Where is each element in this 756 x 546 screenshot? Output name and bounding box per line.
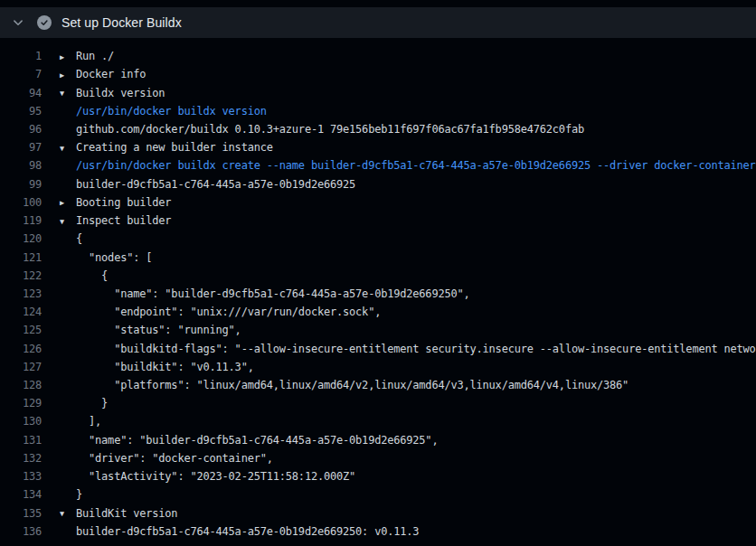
log-line-number[interactable]: 120 xyxy=(0,232,42,245)
log-output-text: "name": "builder-d9cfb5a1-c764-445a-a57e… xyxy=(60,287,470,300)
log-line: 134} xyxy=(0,485,756,504)
log-line: 122 { xyxy=(0,267,756,285)
log-group-header[interactable]: ▶Booting builder xyxy=(60,196,171,209)
log-line: 94▼Buildx version xyxy=(0,83,756,101)
log-line: 126 "buildkitd-flags": "--allow-insecure… xyxy=(0,340,756,358)
log-group-label: Run ./ xyxy=(76,50,114,62)
log-output-text: { xyxy=(60,232,82,245)
log-command-text: /usr/bin/docker buildx create --name bui… xyxy=(60,159,756,172)
log-line-number[interactable]: 121 xyxy=(0,251,42,264)
log-line-number[interactable]: 128 xyxy=(0,379,42,391)
log-line: 124 "endpoint": "unix:///var/run/docker.… xyxy=(0,303,756,321)
log-line: 135▼BuildKit version xyxy=(0,504,756,522)
log-output-text: "lastActivity": "2023-02-25T11:58:12.000… xyxy=(60,470,355,483)
log-line-number[interactable]: 119 xyxy=(0,214,42,227)
log-line-number[interactable]: 95 xyxy=(0,105,42,118)
triangle-down-icon[interactable]: ▼ xyxy=(60,89,76,98)
log-line: 130 ], xyxy=(0,412,756,430)
log-output-text: github.com/docker/buildx 0.10.3+azure-1 … xyxy=(60,123,584,136)
chevron-down-icon[interactable] xyxy=(13,17,24,28)
log-line: 119▼Inspect builder xyxy=(0,212,756,230)
log-line-number[interactable]: 1 xyxy=(0,50,42,62)
check-circle-icon xyxy=(37,15,52,30)
log-line: 125 "status": "running", xyxy=(0,321,756,339)
log-line-number[interactable]: 136 xyxy=(0,525,42,538)
log-output-text: "platforms": "linux/amd64,linux/amd64/v2… xyxy=(60,379,628,391)
log-line-number[interactable]: 98 xyxy=(0,159,42,172)
log-line-number[interactable]: 94 xyxy=(0,87,42,99)
log-line-number[interactable]: 133 xyxy=(0,470,42,483)
log-line-number[interactable]: 132 xyxy=(0,452,42,465)
step-header[interactable]: Set up Docker Buildx xyxy=(0,7,756,38)
triangle-down-icon[interactable]: ▼ xyxy=(60,509,76,518)
log-output-text: } xyxy=(60,397,108,410)
log-output-text: "status": "running", xyxy=(60,324,241,336)
log-line-number[interactable]: 127 xyxy=(0,361,42,373)
log-line: 136builder-d9cfb5a1-c764-445a-a57e-0b19d… xyxy=(0,522,756,541)
log-line: 100▶Booting builder xyxy=(0,193,756,212)
log-output-text: builder-d9cfb5a1-c764-445a-a57e-0b19d2e6… xyxy=(60,178,355,191)
log-group-label: BuildKit version xyxy=(76,507,177,520)
log-line-number[interactable]: 99 xyxy=(0,178,42,191)
log-output-text: "driver": "docker-container", xyxy=(60,452,273,465)
log-line: 7▶Docker info xyxy=(0,65,756,83)
log-line-number[interactable]: 131 xyxy=(0,434,42,447)
log-line: 131 "name": "builder-d9cfb5a1-c764-445a-… xyxy=(0,431,756,449)
log-line-number[interactable]: 124 xyxy=(0,306,42,318)
log-output-text: "buildkitd-flags": "--allow-insecure-ent… xyxy=(60,343,756,355)
log-line-number[interactable]: 135 xyxy=(0,507,42,520)
log-line: 96github.com/docker/buildx 0.10.3+azure-… xyxy=(0,120,756,138)
log-line-number[interactable]: 126 xyxy=(0,343,42,355)
triangle-down-icon[interactable]: ▼ xyxy=(60,217,76,226)
log-output-text: { xyxy=(60,269,108,282)
log-command-text: /usr/bin/docker buildx version xyxy=(60,105,267,118)
log-group-label: Inspect builder xyxy=(76,214,171,227)
triangle-right-icon[interactable]: ▶ xyxy=(60,198,76,207)
log-output-text: "name": "builder-d9cfb5a1-c764-445a-a57e… xyxy=(60,434,438,447)
triangle-right-icon[interactable]: ▶ xyxy=(60,71,76,80)
log-line: 1▶Run ./ xyxy=(0,47,756,65)
step-title: Set up Docker Buildx xyxy=(61,15,182,30)
log-line: 98/usr/bin/docker buildx create --name b… xyxy=(0,156,756,174)
log-output: 1▶Run ./7▶Docker info94▼Buildx version95… xyxy=(0,38,756,541)
triangle-down-icon[interactable]: ▼ xyxy=(60,144,76,153)
log-line: 127 "buildkit": "v0.11.3", xyxy=(0,358,756,376)
log-output-text: "nodes": [ xyxy=(60,251,152,264)
log-line: 133 "lastActivity": "2023-02-25T11:58:12… xyxy=(0,467,756,485)
log-line-number[interactable]: 125 xyxy=(0,324,42,336)
log-line-number[interactable]: 129 xyxy=(0,397,42,410)
log-group-header[interactable]: ▼Buildx version xyxy=(60,87,165,99)
log-output-text: "buildkit": "v0.11.3", xyxy=(60,361,254,373)
log-line-number[interactable]: 7 xyxy=(0,68,42,80)
log-line: 128 "platforms": "linux/amd64,linux/amd6… xyxy=(0,376,756,394)
log-line-number[interactable]: 134 xyxy=(0,488,42,501)
log-group-label: Booting builder xyxy=(76,196,171,209)
log-group-header[interactable]: ▶Run ./ xyxy=(60,50,114,62)
log-line-number[interactable]: 130 xyxy=(0,415,42,428)
log-output-text: "endpoint": "unix:///var/run/docker.sock… xyxy=(60,306,381,318)
log-line: 97▼Creating a new builder instance xyxy=(0,138,756,156)
log-group-label: Creating a new builder instance xyxy=(76,141,273,154)
log-group-header[interactable]: ▼Inspect builder xyxy=(60,214,171,227)
log-line: 99builder-d9cfb5a1-c764-445a-a57e-0b19d2… xyxy=(0,175,756,193)
log-line-number[interactable]: 97 xyxy=(0,141,42,154)
log-line-number[interactable]: 122 xyxy=(0,269,42,282)
log-group-header[interactable]: ▼Creating a new builder instance xyxy=(60,141,273,154)
log-group-label: Docker info xyxy=(76,68,146,80)
log-line-number[interactable]: 96 xyxy=(0,123,42,136)
log-output-text: builder-d9cfb5a1-c764-445a-a57e-0b19d2e6… xyxy=(60,525,419,538)
log-line: 121 "nodes": [ xyxy=(0,248,756,266)
log-line-number[interactable]: 100 xyxy=(0,196,42,209)
log-line: 95/usr/bin/docker buildx version xyxy=(0,102,756,120)
log-line: 120{ xyxy=(0,230,756,248)
triangle-right-icon[interactable]: ▶ xyxy=(60,52,76,61)
log-group-label: Buildx version xyxy=(76,87,165,99)
log-line-number[interactable]: 123 xyxy=(0,287,42,300)
log-output-text: ], xyxy=(60,415,101,428)
log-line: 129 } xyxy=(0,394,756,412)
log-line: 123 "name": "builder-d9cfb5a1-c764-445a-… xyxy=(0,285,756,303)
log-line: 132 "driver": "docker-container", xyxy=(0,449,756,467)
log-output-text: } xyxy=(60,488,82,501)
log-group-header[interactable]: ▶Docker info xyxy=(60,68,146,80)
log-group-header[interactable]: ▼BuildKit version xyxy=(60,507,177,520)
